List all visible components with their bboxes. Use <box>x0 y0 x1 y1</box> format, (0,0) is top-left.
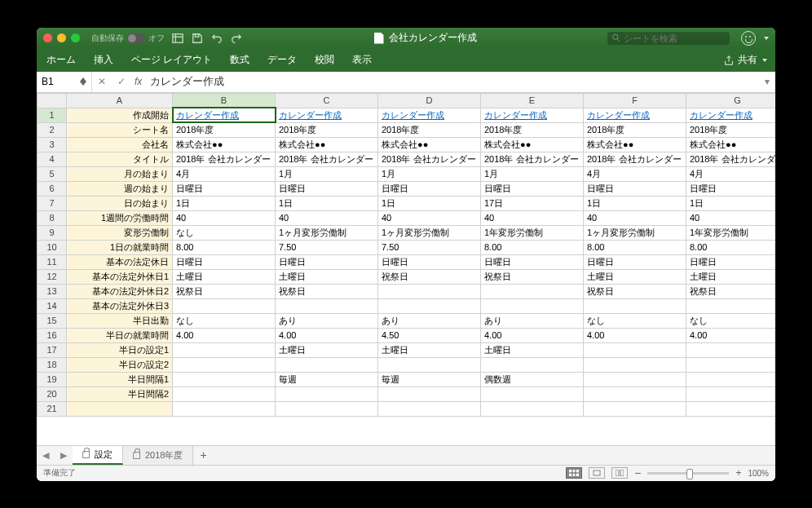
autosave-toggle[interactable]: 自動保存 オフ <box>91 33 165 44</box>
cell[interactable]: 半日間隔1 <box>67 372 173 387</box>
cell[interactable]: 4月 <box>584 166 686 181</box>
cell[interactable]: 半日の設定1 <box>67 342 173 357</box>
name-box-stepper[interactable] <box>80 77 86 86</box>
tab-page-layout[interactable]: ページ レイアウト <box>130 50 214 70</box>
zoom-level[interactable]: 100% <box>748 469 769 478</box>
cell[interactable]: 1月 <box>481 166 584 181</box>
cell[interactable] <box>173 357 276 372</box>
cell[interactable]: 日曜日 <box>276 181 378 196</box>
name-box[interactable]: B1 <box>37 72 92 92</box>
cell[interactable]: 日曜日 <box>686 254 776 269</box>
cell[interactable] <box>173 342 276 357</box>
row-header[interactable]: 1 <box>38 108 67 122</box>
cell[interactable]: 日曜日 <box>378 181 481 196</box>
view-normal-button[interactable] <box>566 467 582 479</box>
accept-formula-button[interactable]: ✓ <box>112 76 131 87</box>
cell[interactable]: 40 <box>378 210 481 225</box>
cell[interactable]: 1日 <box>173 196 276 210</box>
cell[interactable]: あり <box>276 313 378 328</box>
cell[interactable]: 4.00 <box>173 328 276 342</box>
cell[interactable]: 日曜日 <box>584 181 686 196</box>
redo-icon[interactable] <box>230 32 243 45</box>
cell[interactable]: 40 <box>276 210 378 225</box>
cell[interactable]: 1ヶ月変形労働制 <box>584 225 686 240</box>
cell[interactable]: 2018年度 <box>584 122 686 137</box>
cell[interactable]: 日曜日 <box>686 181 776 196</box>
column-header[interactable]: C <box>276 93 378 108</box>
cell[interactable]: 祝祭日 <box>584 284 686 298</box>
row-header[interactable]: 2 <box>38 122 67 137</box>
column-header[interactable]: G <box>686 93 776 108</box>
cell[interactable] <box>686 342 776 357</box>
cell[interactable]: 1日 <box>686 196 776 210</box>
cell[interactable]: 40 <box>173 210 276 225</box>
cell[interactable] <box>378 401 481 416</box>
expand-formula-icon[interactable]: ▾ <box>759 76 775 87</box>
cell[interactable] <box>686 357 776 372</box>
cancel-formula-button[interactable]: ✕ <box>92 76 112 87</box>
cell[interactable]: 土曜日 <box>276 342 378 357</box>
cell[interactable]: 1日 <box>276 196 378 210</box>
view-page-break-button[interactable] <box>611 467 628 479</box>
cell[interactable]: 祝祭日 <box>276 284 378 298</box>
row-header[interactable]: 8 <box>38 210 67 225</box>
cell[interactable]: 日曜日 <box>481 181 584 196</box>
cell[interactable]: 2018年度 <box>276 122 378 137</box>
cell[interactable]: 4.00 <box>481 328 584 342</box>
cell[interactable] <box>686 401 776 416</box>
cell[interactable]: あり <box>481 313 584 328</box>
cell[interactable] <box>584 372 686 387</box>
row-header[interactable]: 12 <box>38 269 67 284</box>
cell[interactable]: 2018年度 <box>378 122 481 137</box>
cell[interactable]: 4月 <box>173 166 276 181</box>
cell[interactable]: 変形労働制 <box>67 225 173 240</box>
cell[interactable]: 株式会社●● <box>173 137 276 152</box>
cell[interactable]: 40 <box>481 210 584 225</box>
cell[interactable]: 40 <box>686 210 776 225</box>
cell[interactable]: 祝祭日 <box>378 269 481 284</box>
row-header[interactable]: 16 <box>38 328 67 342</box>
cell[interactable] <box>686 298 776 313</box>
cell[interactable]: 1日の就業時間 <box>67 240 173 254</box>
row-header[interactable]: 19 <box>38 372 67 387</box>
cell[interactable] <box>173 298 276 313</box>
save-icon[interactable] <box>191 32 204 45</box>
cell[interactable]: 基本の法定外休日2 <box>67 284 173 298</box>
row-header[interactable]: 21 <box>38 401 67 416</box>
cell[interactable]: 偶数週 <box>481 372 584 387</box>
cell[interactable]: 株式会社●● <box>584 137 686 152</box>
row-header[interactable]: 4 <box>38 152 67 166</box>
cell[interactable]: 半日出勤 <box>67 313 173 328</box>
cell[interactable]: 2018年 会社カレンダー <box>481 152 584 166</box>
cell[interactable] <box>276 298 378 313</box>
view-grid-icon[interactable] <box>171 32 184 45</box>
cell[interactable]: 2018年 会社カレンダー <box>584 152 686 166</box>
cell[interactable]: 日曜日 <box>276 254 378 269</box>
cell[interactable] <box>584 342 686 357</box>
cell[interactable]: 日曜日 <box>173 181 276 196</box>
row-header[interactable]: 13 <box>38 284 67 298</box>
view-page-layout-button[interactable] <box>589 467 605 479</box>
cell[interactable]: 株式会社●● <box>481 137 584 152</box>
row-header[interactable]: 20 <box>38 387 67 401</box>
cell[interactable]: 1週間の労働時間 <box>67 210 173 225</box>
cell[interactable] <box>584 387 686 401</box>
cell[interactable]: 1月 <box>378 166 481 181</box>
cell[interactable]: 半日間隔2 <box>67 387 173 401</box>
zoom-in-button[interactable]: + <box>735 467 741 479</box>
column-header[interactable]: B <box>173 93 276 108</box>
cell[interactable]: 土曜日 <box>686 269 776 284</box>
cell[interactable] <box>173 401 276 416</box>
cell[interactable]: カレンダー作成 <box>173 108 276 122</box>
sheet-nav-prev[interactable]: ◀ <box>37 450 55 461</box>
cell[interactable]: 8.00 <box>173 240 276 254</box>
tab-data[interactable]: データ <box>266 50 298 70</box>
cell[interactable]: 日の始まり <box>67 196 173 210</box>
cell[interactable]: 基本の法定休日 <box>67 254 173 269</box>
cell[interactable]: 1年変形労働制 <box>686 225 776 240</box>
sheet-tab-active[interactable]: 設定 <box>73 446 123 465</box>
cell[interactable]: 2018年度 <box>173 122 276 137</box>
cell[interactable]: 土曜日 <box>481 342 584 357</box>
cell[interactable]: なし <box>686 313 776 328</box>
cell[interactable]: 4.50 <box>378 328 481 342</box>
